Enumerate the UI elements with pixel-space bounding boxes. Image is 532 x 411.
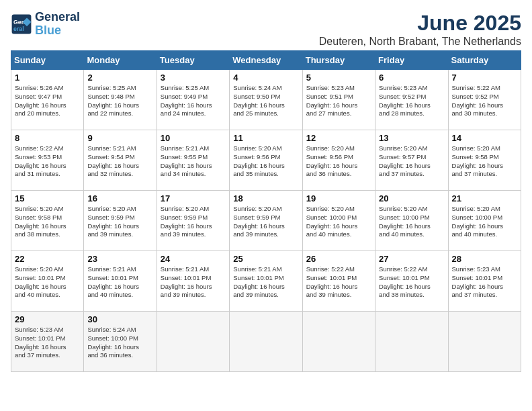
- calendar-header-row: SundayMondayTuesdayWednesdayThursdayFrid…: [11, 51, 521, 70]
- day-info: Sunrise: 5:20 AM Sunset: 10:00 PM Daylig…: [306, 205, 371, 239]
- day-number: 16: [87, 193, 152, 203]
- day-number: 22: [15, 254, 80, 264]
- calendar-cell: 20Sunrise: 5:20 AM Sunset: 10:00 PM Dayl…: [375, 191, 448, 251]
- day-info: Sunrise: 5:21 AM Sunset: 10:01 PM Daylig…: [87, 265, 152, 300]
- day-info: Sunrise: 5:22 AM Sunset: 10:01 PM Daylig…: [379, 265, 444, 300]
- calendar-title: June 2025: [319, 11, 521, 36]
- calendar-day-header: Sunday: [11, 51, 84, 70]
- logo: Gen eral General Blue: [11, 11, 80, 38]
- calendar-cell: [375, 312, 448, 372]
- logo-icon: Gen eral: [11, 13, 32, 35]
- day-info: Sunrise: 5:20 AM Sunset: 9:59 PM Dayligh…: [161, 205, 226, 239]
- calendar-week-row: 22Sunrise: 5:20 AM Sunset: 10:01 PM Dayl…: [11, 251, 521, 312]
- calendar-cell: [157, 312, 229, 372]
- day-info: Sunrise: 5:21 AM Sunset: 9:55 PM Dayligh…: [161, 144, 226, 179]
- calendar-cell: 4Sunrise: 5:24 AM Sunset: 9:50 PM Daylig…: [230, 70, 302, 130]
- day-info: Sunrise: 5:20 AM Sunset: 10:00 PM Daylig…: [379, 205, 444, 239]
- calendar-cell: 13Sunrise: 5:20 AM Sunset: 9:57 PM Dayli…: [375, 130, 448, 191]
- day-number: 17: [161, 193, 226, 203]
- day-number: 20: [379, 193, 444, 203]
- day-number: 23: [87, 254, 152, 264]
- calendar-cell: 9Sunrise: 5:21 AM Sunset: 9:54 PM Daylig…: [84, 130, 157, 191]
- day-info: Sunrise: 5:24 AM Sunset: 10:00 PM Daylig…: [87, 326, 152, 360]
- day-number: 15: [15, 193, 80, 203]
- day-info: Sunrise: 5:20 AM Sunset: 10:01 PM Daylig…: [15, 265, 80, 300]
- day-info: Sunrise: 5:21 AM Sunset: 9:54 PM Dayligh…: [87, 144, 152, 179]
- calendar-cell: 5Sunrise: 5:23 AM Sunset: 9:51 PM Daylig…: [302, 70, 375, 130]
- day-number: 7: [452, 73, 517, 83]
- calendar-cell: 26Sunrise: 5:22 AM Sunset: 10:01 PM Dayl…: [302, 251, 375, 312]
- day-number: 1: [15, 73, 80, 83]
- calendar-week-row: 1Sunrise: 5:26 AM Sunset: 9:47 PM Daylig…: [11, 70, 521, 130]
- day-number: 13: [379, 133, 444, 143]
- calendar-cell: 28Sunrise: 5:23 AM Sunset: 10:01 PM Dayl…: [448, 251, 521, 312]
- day-number: 2: [87, 73, 152, 83]
- day-info: Sunrise: 5:25 AM Sunset: 9:49 PM Dayligh…: [161, 84, 226, 118]
- day-info: Sunrise: 5:23 AM Sunset: 9:51 PM Dayligh…: [306, 84, 371, 118]
- calendar-day-header: Monday: [84, 51, 157, 70]
- day-number: 26: [306, 254, 371, 264]
- day-number: 27: [379, 254, 444, 264]
- day-info: Sunrise: 5:21 AM Sunset: 10:01 PM Daylig…: [161, 265, 226, 300]
- day-number: 29: [15, 314, 80, 324]
- calendar-cell: 8Sunrise: 5:22 AM Sunset: 9:53 PM Daylig…: [11, 130, 84, 191]
- day-number: 19: [306, 193, 371, 203]
- day-info: Sunrise: 5:22 AM Sunset: 10:01 PM Daylig…: [306, 265, 371, 300]
- day-info: Sunrise: 5:20 AM Sunset: 9:59 PM Dayligh…: [233, 205, 298, 239]
- svg-text:eral: eral: [13, 25, 24, 32]
- day-number: 14: [452, 133, 517, 143]
- calendar-day-header: Friday: [375, 51, 448, 70]
- day-info: Sunrise: 5:22 AM Sunset: 9:52 PM Dayligh…: [452, 84, 517, 118]
- day-info: Sunrise: 5:23 AM Sunset: 9:52 PM Dayligh…: [379, 84, 444, 118]
- day-number: 10: [161, 133, 226, 143]
- calendar-cell: 18Sunrise: 5:20 AM Sunset: 9:59 PM Dayli…: [230, 191, 302, 251]
- calendar-table: SundayMondayTuesdayWednesdayThursdayFrid…: [11, 50, 521, 372]
- calendar-subtitle: Deuteren, North Brabant, The Netherlands: [319, 36, 521, 48]
- day-number: 5: [306, 73, 371, 83]
- calendar-cell: 22Sunrise: 5:20 AM Sunset: 10:01 PM Dayl…: [11, 251, 84, 312]
- day-number: 8: [15, 133, 80, 143]
- day-info: Sunrise: 5:20 AM Sunset: 9:59 PM Dayligh…: [87, 205, 152, 239]
- day-info: Sunrise: 5:26 AM Sunset: 9:47 PM Dayligh…: [15, 84, 80, 118]
- calendar-day-header: Wednesday: [230, 51, 302, 70]
- calendar-cell: 17Sunrise: 5:20 AM Sunset: 9:59 PM Dayli…: [157, 191, 229, 251]
- calendar-cell: 27Sunrise: 5:22 AM Sunset: 10:01 PM Dayl…: [375, 251, 448, 312]
- logo-text: General Blue: [35, 11, 80, 38]
- calendar-week-row: 8Sunrise: 5:22 AM Sunset: 9:53 PM Daylig…: [11, 130, 521, 191]
- calendar-cell: 7Sunrise: 5:22 AM Sunset: 9:52 PM Daylig…: [448, 70, 521, 130]
- day-number: 6: [379, 73, 444, 83]
- day-number: 9: [87, 133, 152, 143]
- day-info: Sunrise: 5:25 AM Sunset: 9:48 PM Dayligh…: [87, 84, 152, 118]
- calendar-cell: 30Sunrise: 5:24 AM Sunset: 10:00 PM Dayl…: [84, 312, 157, 372]
- calendar-cell: 19Sunrise: 5:20 AM Sunset: 10:00 PM Dayl…: [302, 191, 375, 251]
- day-info: Sunrise: 5:20 AM Sunset: 10:00 PM Daylig…: [452, 205, 517, 239]
- day-number: 21: [452, 193, 517, 203]
- day-info: Sunrise: 5:20 AM Sunset: 9:57 PM Dayligh…: [379, 144, 444, 179]
- day-number: 25: [233, 254, 298, 264]
- page-header: Gen eral General Blue June 2025 Deuteren…: [11, 11, 521, 48]
- day-number: 18: [233, 193, 298, 203]
- day-info: Sunrise: 5:20 AM Sunset: 9:58 PM Dayligh…: [452, 144, 517, 179]
- day-info: Sunrise: 5:20 AM Sunset: 9:58 PM Dayligh…: [15, 205, 80, 239]
- day-number: 30: [87, 314, 152, 324]
- calendar-cell: 12Sunrise: 5:20 AM Sunset: 9:56 PM Dayli…: [302, 130, 375, 191]
- day-info: Sunrise: 5:20 AM Sunset: 9:56 PM Dayligh…: [306, 144, 371, 179]
- calendar-week-row: 29Sunrise: 5:23 AM Sunset: 10:01 PM Dayl…: [11, 312, 521, 372]
- day-number: 12: [306, 133, 371, 143]
- calendar-body: 1Sunrise: 5:26 AM Sunset: 9:47 PM Daylig…: [11, 70, 521, 372]
- day-info: Sunrise: 5:21 AM Sunset: 10:01 PM Daylig…: [233, 265, 298, 300]
- day-number: 4: [233, 73, 298, 83]
- calendar-cell: 11Sunrise: 5:20 AM Sunset: 9:56 PM Dayli…: [230, 130, 302, 191]
- calendar-cell: 16Sunrise: 5:20 AM Sunset: 9:59 PM Dayli…: [84, 191, 157, 251]
- calendar-day-header: Saturday: [448, 51, 521, 70]
- day-number: 24: [161, 254, 226, 264]
- calendar-cell: 24Sunrise: 5:21 AM Sunset: 10:01 PM Dayl…: [157, 251, 229, 312]
- day-number: 28: [452, 254, 517, 264]
- calendar-cell: 21Sunrise: 5:20 AM Sunset: 10:00 PM Dayl…: [448, 191, 521, 251]
- calendar-cell: 25Sunrise: 5:21 AM Sunset: 10:01 PM Dayl…: [230, 251, 302, 312]
- calendar-cell: 1Sunrise: 5:26 AM Sunset: 9:47 PM Daylig…: [11, 70, 84, 130]
- day-info: Sunrise: 5:23 AM Sunset: 10:01 PM Daylig…: [452, 265, 517, 300]
- day-info: Sunrise: 5:23 AM Sunset: 10:01 PM Daylig…: [15, 326, 80, 360]
- day-info: Sunrise: 5:22 AM Sunset: 9:53 PM Dayligh…: [15, 144, 80, 179]
- calendar-day-header: Thursday: [302, 51, 375, 70]
